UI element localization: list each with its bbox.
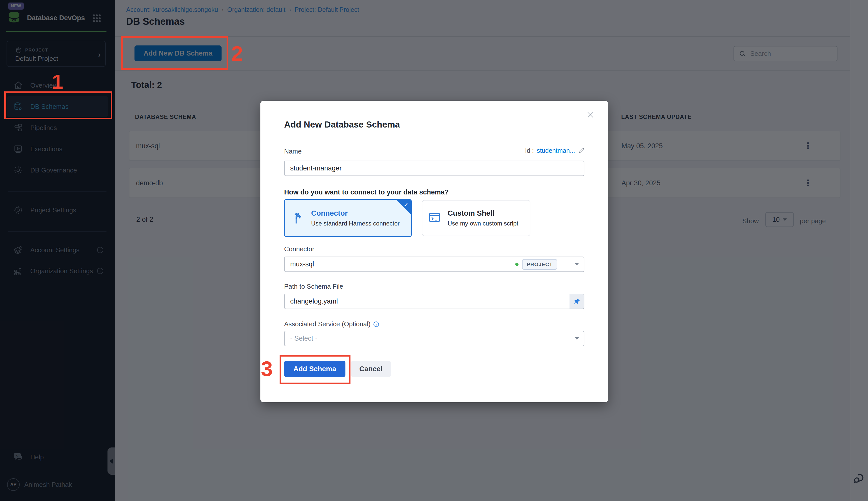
- option-card-custom-shell[interactable]: Custom Shell Use my own custom script: [422, 200, 530, 236]
- pin-icon: [573, 298, 581, 305]
- option-shell-desc: Use my own custom script: [448, 220, 518, 227]
- connector-input[interactable]: [290, 260, 515, 268]
- entity-id: Id : studentman...: [525, 147, 585, 154]
- name-label: Name: [284, 148, 301, 155]
- chevron-down-icon[interactable]: [575, 263, 579, 265]
- connect-question: How do you want to connect to your data …: [284, 188, 449, 196]
- info-icon[interactable]: [373, 321, 380, 328]
- annotation-box-3: [279, 355, 351, 384]
- annotation-number-3: 3: [261, 356, 273, 381]
- option-shell-title: Custom Shell: [448, 209, 518, 217]
- option-connector-desc: Use standard Harness connector: [311, 220, 400, 227]
- id-value-link[interactable]: studentman...: [537, 147, 575, 154]
- option-connector-title: Connector: [311, 209, 400, 217]
- name-field[interactable]: [284, 161, 584, 176]
- edit-pencil-icon[interactable]: [578, 147, 585, 154]
- pin-button[interactable]: [570, 294, 584, 309]
- connector-field[interactable]: PROJECT: [284, 257, 584, 272]
- connector-label: Connector: [284, 245, 315, 253]
- id-prefix: Id :: [525, 147, 534, 154]
- check-icon: ✓: [404, 201, 409, 209]
- option-card-connector[interactable]: Connector Use standard Harness connector…: [284, 199, 412, 237]
- close-icon[interactable]: [586, 110, 595, 119]
- service-select[interactable]: [284, 331, 584, 346]
- annotation-box-1: [4, 92, 112, 119]
- service-select-value[interactable]: [290, 334, 575, 342]
- app-screen: NEW ∞ Database DevOps: [0, 0, 868, 501]
- scope-badge: PROJECT: [522, 259, 557, 270]
- service-label-row: Associated Service (Optional): [284, 320, 380, 328]
- modal-title: Add New Database Schema: [284, 119, 400, 129]
- connector-arrows-icon: [292, 211, 306, 225]
- terminal-icon: [428, 211, 442, 225]
- annotation-number-2: 2: [231, 41, 243, 66]
- connector-status-dot: [515, 263, 518, 266]
- service-label: Associated Service (Optional): [284, 320, 371, 328]
- path-field[interactable]: [284, 294, 584, 309]
- annotation-number-1: 1: [52, 70, 63, 94]
- path-label: Path to Schema File: [284, 283, 343, 290]
- path-input[interactable]: [290, 297, 570, 305]
- cancel-button[interactable]: Cancel: [351, 361, 391, 377]
- name-input[interactable]: [290, 164, 584, 172]
- chevron-down-icon: [575, 337, 579, 340]
- annotation-box-2: [121, 36, 228, 70]
